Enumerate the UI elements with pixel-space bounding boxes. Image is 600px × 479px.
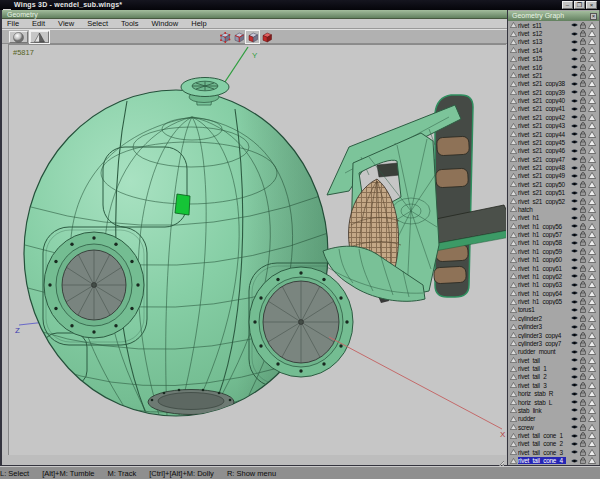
lock-icon[interactable] <box>580 248 586 255</box>
wireframe-cone-icon[interactable] <box>588 55 596 62</box>
eye-icon[interactable] <box>571 382 578 388</box>
wireframe-cone-icon[interactable] <box>588 256 596 263</box>
object-list-item[interactable]: rivet_h1_copy63 <box>508 281 599 289</box>
lock-icon[interactable] <box>580 365 586 372</box>
lock-icon[interactable] <box>580 55 586 62</box>
object-list-item[interactable]: rivet_s21_copy52 <box>508 197 599 205</box>
wireframe-cone-icon[interactable] <box>588 390 596 397</box>
eye-icon[interactable] <box>571 332 578 338</box>
close-icon[interactable]: × <box>590 13 597 20</box>
wireframe-cone-icon[interactable] <box>588 332 596 339</box>
object-list-item[interactable]: rivet_s16 <box>508 63 599 71</box>
eye-icon[interactable] <box>571 89 578 95</box>
lock-icon[interactable] <box>580 139 586 146</box>
flat-shade-button[interactable] <box>30 31 49 43</box>
wireframe-cone-icon[interactable] <box>588 457 596 464</box>
eye-icon[interactable] <box>571 416 578 422</box>
lock-icon[interactable] <box>580 273 586 280</box>
eye-icon[interactable] <box>571 148 578 154</box>
wireframe-cone-icon[interactable] <box>588 424 596 431</box>
lock-icon[interactable] <box>580 290 586 297</box>
wireframe-cone-icon[interactable] <box>588 432 596 439</box>
lock-icon[interactable] <box>580 415 586 422</box>
lock-icon[interactable] <box>580 64 586 71</box>
lock-icon[interactable] <box>580 198 586 205</box>
eye-icon[interactable] <box>571 357 578 363</box>
lock-icon[interactable] <box>580 424 586 431</box>
lock-icon[interactable] <box>580 30 586 37</box>
object-list-item[interactable]: rivet_s21 <box>508 71 599 79</box>
lock-icon[interactable] <box>580 47 586 54</box>
object-list-item[interactable]: rivet_h1_copy58 <box>508 239 599 247</box>
wireframe-cone-icon[interactable] <box>588 340 596 347</box>
wireframe-cone-icon[interactable] <box>588 30 596 37</box>
wireframe-cone-icon[interactable] <box>588 131 596 138</box>
lock-icon[interactable] <box>580 382 586 389</box>
wireframe-cone-icon[interactable] <box>588 223 596 230</box>
object-list-item[interactable]: rivet_s21_copy50 <box>508 180 599 188</box>
eye-icon[interactable] <box>571 22 578 28</box>
eye-icon[interactable] <box>571 257 578 263</box>
eye-icon[interactable] <box>571 81 578 87</box>
eye-icon[interactable] <box>571 98 578 104</box>
object-list-item[interactable]: rivet_s21_copy49 <box>508 172 599 180</box>
eye-icon[interactable] <box>571 449 578 455</box>
object-list-item[interactable]: screw <box>508 423 599 431</box>
lock-icon[interactable] <box>580 38 586 45</box>
wireframe-cone-icon[interactable] <box>588 323 596 330</box>
lock-icon[interactable] <box>580 432 586 439</box>
eye-icon[interactable] <box>571 458 578 464</box>
eye-icon[interactable] <box>571 139 578 145</box>
wireframe-cone-icon[interactable] <box>588 265 596 272</box>
object-list-item[interactable]: rivet_h1_copy65 <box>508 297 599 305</box>
eye-icon[interactable] <box>571 39 578 45</box>
object-list-item[interactable]: rivet_s14 <box>508 46 599 54</box>
lock-icon[interactable] <box>580 390 586 397</box>
eye-icon[interactable] <box>571 315 578 321</box>
eye-icon[interactable] <box>571 399 578 405</box>
eye-icon[interactable] <box>571 391 578 397</box>
eye-icon[interactable] <box>571 265 578 271</box>
wireframe-cone-icon[interactable] <box>588 198 596 205</box>
wireframe-cone-icon[interactable] <box>588 315 596 322</box>
object-list-item[interactable]: rivet_h1 <box>508 214 599 222</box>
eye-icon[interactable] <box>571 282 578 288</box>
object-list-item[interactable]: rivet_s13 <box>508 38 599 46</box>
lock-icon[interactable] <box>580 348 586 355</box>
eye-icon[interactable] <box>571 299 578 305</box>
porthole-right[interactable] <box>249 267 353 377</box>
object-list-item[interactable]: cylinder2 <box>508 314 599 322</box>
wireframe-cone-icon[interactable] <box>588 306 596 313</box>
wireframe-cone-icon[interactable] <box>588 206 596 213</box>
selected-face[interactable] <box>175 194 190 215</box>
eye-icon[interactable] <box>571 407 578 413</box>
wireframe-cone-icon[interactable] <box>588 281 596 288</box>
eye-icon[interactable] <box>571 131 578 137</box>
wireframe-cone-icon[interactable] <box>588 156 596 163</box>
lock-icon[interactable] <box>580 114 586 121</box>
object-list-item[interactable]: rivet_s21_copy43 <box>508 122 599 130</box>
wireframe-cone-icon[interactable] <box>588 365 596 372</box>
object-list-item[interactable]: rivet_h1_copy62 <box>508 272 599 280</box>
app-titlebar[interactable]: Wings 3D - wendel_sub.wings* – ❐ × <box>0 0 600 10</box>
object-list-item[interactable]: rivet_h1_copy56 <box>508 222 599 230</box>
object-list-item[interactable]: rivet_h1_copy61 <box>508 264 599 272</box>
eye-icon[interactable] <box>571 223 578 229</box>
eye-icon[interactable] <box>571 64 578 70</box>
lock-icon[interactable] <box>580 97 586 104</box>
wireframe-cone-icon[interactable] <box>588 382 596 389</box>
close-button[interactable]: × <box>586 1 597 9</box>
wireframe-cone-icon[interactable] <box>588 348 596 355</box>
lock-icon[interactable] <box>580 231 586 238</box>
eye-icon[interactable] <box>571 123 578 129</box>
wireframe-cone-icon[interactable] <box>588 164 596 171</box>
wireframe-cone-icon[interactable] <box>588 273 596 280</box>
lock-icon[interactable] <box>580 315 586 322</box>
eye-icon[interactable] <box>571 72 578 78</box>
object-list-item[interactable]: rivet_tail <box>508 356 599 364</box>
object-list-item[interactable]: rivet_tail_cone_4 <box>508 457 599 465</box>
lock-icon[interactable] <box>580 340 586 347</box>
lock-icon[interactable] <box>580 332 586 339</box>
lock-icon[interactable] <box>580 407 586 414</box>
lock-icon[interactable] <box>580 189 586 196</box>
